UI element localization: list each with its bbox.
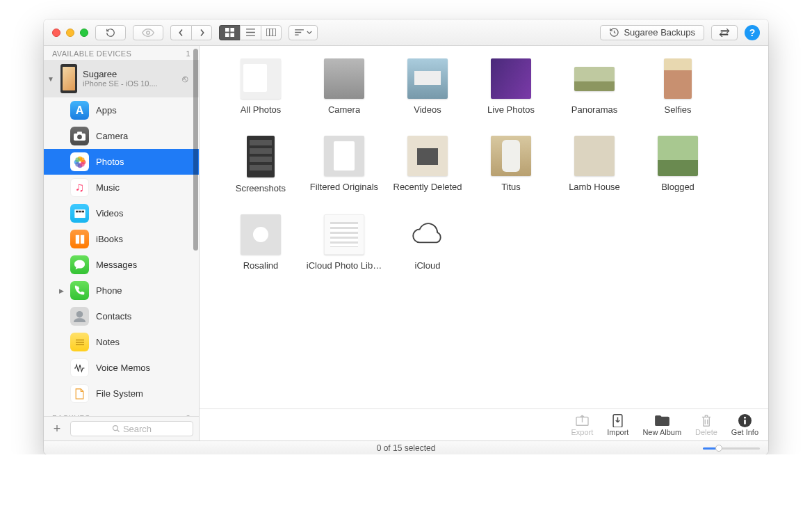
- zoom-slider[interactable]: [703, 445, 760, 452]
- column-view-button[interactable]: [261, 25, 282, 40]
- sidebar-item-contacts[interactable]: Contacts: [44, 303, 199, 329]
- import-button[interactable]: Import: [607, 413, 628, 436]
- transfer-icon: [718, 29, 731, 37]
- columns-icon: [266, 29, 276, 36]
- minimize-button[interactable]: [66, 29, 74, 37]
- album-item[interactable]: Titus: [469, 136, 553, 193]
- device-row[interactable]: ▼ Sugaree iPhone SE - iOS 10.... ⎋: [44, 60, 199, 97]
- export-button[interactable]: Export: [571, 413, 593, 436]
- action-label: New Album: [642, 428, 681, 436]
- album-thumbnail: [664, 58, 692, 99]
- sidebar-item-label: Notes: [96, 337, 120, 347]
- refresh-button[interactable]: [95, 25, 126, 40]
- apps-icon: A: [70, 101, 89, 120]
- chevron-down-icon: [307, 31, 312, 35]
- sidebar-item-ibooks[interactable]: iBooks: [44, 226, 199, 252]
- arrange-button[interactable]: [289, 25, 318, 40]
- sidebar-item-voice[interactable]: Voice Memos: [44, 355, 199, 381]
- svg-rect-26: [76, 210, 78, 212]
- album-item[interactable]: Camera: [302, 58, 386, 115]
- sidebar-scrollbar-thumb[interactable]: [193, 49, 198, 251]
- sidebar-item-videos[interactable]: Videos: [44, 200, 199, 226]
- svg-point-15: [77, 134, 82, 139]
- sidebar-item-label: Photos: [96, 157, 124, 167]
- album-thumbnail: [241, 58, 281, 99]
- list-view-button[interactable]: [240, 25, 261, 40]
- usb-icon: ⎋: [182, 73, 193, 84]
- files-icon: [70, 384, 89, 403]
- sidebar-section-count: 1: [186, 49, 190, 58]
- ibooks-icon: [70, 230, 89, 248]
- action-label: Delete: [695, 428, 717, 436]
- album-item[interactable]: iCloud Photo Lib…: [302, 214, 386, 271]
- export-icon: [575, 415, 590, 427]
- svg-point-0: [147, 31, 150, 34]
- album-item[interactable]: Live Photos: [469, 58, 553, 115]
- album-label: Videos: [414, 104, 441, 115]
- delete-button[interactable]: Delete: [695, 413, 717, 436]
- add-button[interactable]: +: [49, 421, 65, 436]
- svg-point-24: [75, 157, 80, 162]
- search-input[interactable]: Search: [70, 421, 193, 436]
- list-icon: [246, 29, 255, 36]
- sidebar-item-files[interactable]: File System: [44, 381, 199, 406]
- back-button[interactable]: [170, 25, 191, 40]
- album-item[interactable]: Blogged: [636, 136, 720, 193]
- album-label: Selfies: [664, 104, 691, 115]
- nav-group: [170, 25, 212, 40]
- help-button[interactable]: ?: [745, 25, 760, 40]
- album-item[interactable]: Filtered Originals: [302, 136, 386, 193]
- nav-list: AAppsCameraPhotos♫MusicVideosiBooksMessa…: [44, 97, 199, 406]
- sidebar-item-label: Phone: [96, 285, 122, 296]
- transfer-button[interactable]: [711, 25, 738, 40]
- sidebar-item-messages[interactable]: Messages: [44, 252, 199, 278]
- info-icon: [738, 414, 752, 427]
- sidebar-item-label: Videos: [96, 208, 124, 219]
- device-subtitle: iPhone SE - iOS 10....: [83, 79, 177, 88]
- svg-rect-3: [225, 33, 229, 37]
- disclosure-triangle-icon[interactable]: ▶: [59, 287, 64, 294]
- album-item[interactable]: iCloud: [386, 214, 469, 271]
- album-item[interactable]: Selfies: [636, 58, 720, 115]
- sidebar-item-notes[interactable]: Notes: [44, 329, 199, 355]
- album-item[interactable]: Recently Deleted: [386, 136, 469, 193]
- forward-button[interactable]: [191, 25, 212, 40]
- sidebar-item-music[interactable]: ♫Music: [44, 175, 199, 200]
- sidebar-item-apps[interactable]: AApps: [44, 97, 199, 123]
- album-item[interactable]: Rosalind: [219, 214, 302, 271]
- album-item[interactable]: All Photos: [219, 58, 302, 115]
- svg-line-34: [117, 430, 119, 432]
- zoom-slider-knob[interactable]: [715, 445, 722, 452]
- get-info-button[interactable]: Get Info: [731, 413, 758, 436]
- zoom-button[interactable]: [80, 29, 88, 37]
- album-thumbnail: [491, 136, 531, 176]
- album-label: All Photos: [241, 104, 282, 115]
- album-item[interactable]: Screenshots: [219, 136, 302, 193]
- icon-view-button[interactable]: [219, 25, 240, 40]
- voice-icon: [70, 358, 89, 377]
- music-icon: ♫: [70, 178, 89, 197]
- sidebar-item-phone[interactable]: ▶Phone: [44, 278, 199, 303]
- device-thumbnail: [60, 64, 77, 93]
- album-label: Filtered Originals: [310, 182, 378, 192]
- album-label: iCloud: [415, 260, 441, 271]
- album-item[interactable]: Videos: [386, 58, 469, 115]
- album-thumbnail: [574, 67, 615, 91]
- arrange-icon: [295, 29, 304, 36]
- close-button[interactable]: [52, 29, 60, 37]
- sidebar-item-label: Camera: [96, 131, 128, 141]
- album-item[interactable]: Panoramas: [553, 58, 636, 115]
- backups-button[interactable]: Sugaree Backups: [600, 25, 704, 40]
- svg-point-33: [113, 426, 117, 431]
- sidebar-item-photos[interactable]: Photos: [44, 149, 199, 175]
- disclosure-triangle-icon[interactable]: ▼: [47, 75, 55, 83]
- sidebar-item-camera[interactable]: Camera: [44, 123, 199, 149]
- messages-icon: [70, 255, 89, 274]
- album-label: Live Photos: [487, 104, 535, 115]
- history-icon: [609, 27, 619, 38]
- album-item[interactable]: Lamb House: [553, 136, 636, 193]
- new-album-button[interactable]: New Album: [642, 413, 681, 436]
- sidebar-scrollbar[interactable]: [193, 49, 198, 413]
- preview-button[interactable]: [133, 25, 163, 40]
- album-thumbnail: [491, 58, 531, 99]
